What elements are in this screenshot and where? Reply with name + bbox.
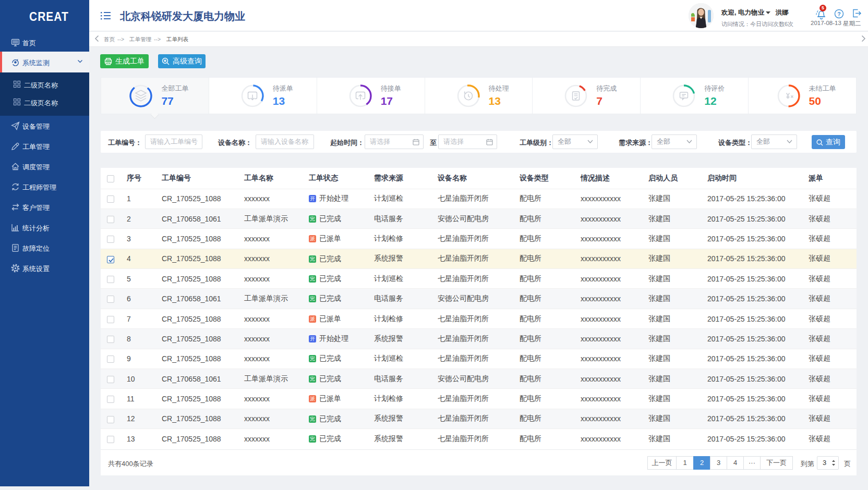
svg-text:?: ?: [837, 11, 840, 17]
